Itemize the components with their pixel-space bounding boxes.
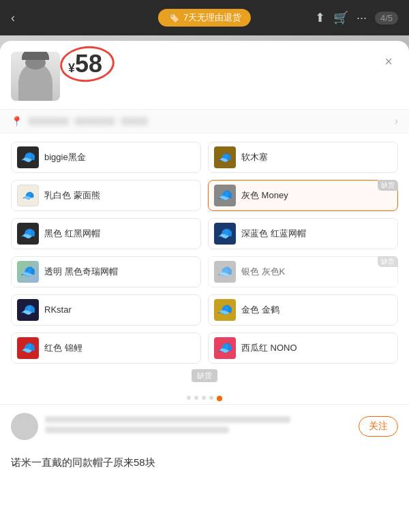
sku-item-watermelon[interactable]: 🧢 西瓜红 NONO bbox=[208, 332, 398, 364]
top-bar: ‹ 🏷️ 7天无理由退货 ⬆ 🛒 ··· 4/5 bbox=[0, 0, 409, 35]
sku-label-trans: 透明 黑色奇瑞网帽 bbox=[44, 266, 118, 278]
badge-text: 7天无理由退货 bbox=[183, 12, 241, 24]
more-button[interactable]: ··· bbox=[357, 11, 367, 25]
dot-1 bbox=[187, 396, 191, 400]
sku-item-red-koi[interactable]: 🧢 红色 锦鲤 bbox=[11, 332, 201, 364]
out-of-stock-badge-silver: 缺货 bbox=[378, 256, 398, 267]
sku-grid: 🧢 biggie黑金 🧢 软木塞 🧢 乳白色 蒙面熊 🧢 灰色 Money 缺货 bbox=[11, 142, 398, 364]
sku-thumb-gold-crane: 🧢 bbox=[214, 299, 236, 321]
out-of-stock-badge-gray: 缺货 bbox=[378, 180, 398, 191]
back-button[interactable]: ‹ bbox=[11, 11, 15, 25]
sku-thumb-trans: 🧢 bbox=[17, 261, 39, 283]
sku-label-cork: 软木塞 bbox=[241, 152, 268, 163]
sku-item-navy-red[interactable]: 🧢 深蓝色 红蓝网帽 bbox=[208, 218, 398, 249]
user-name-blur bbox=[45, 416, 290, 423]
product-header: ¥58 × bbox=[0, 41, 409, 110]
sku-thumb-cream: 🧢 bbox=[17, 185, 39, 206]
sku-item-cream[interactable]: 🧢 乳白色 蒙面熊 bbox=[11, 180, 201, 211]
sku-thumb-black-red: 🧢 bbox=[17, 223, 39, 245]
sku-item-trans[interactable]: 🧢 透明 黑色奇瑞网帽 bbox=[11, 256, 201, 287]
sku-label-biggie: biggie黑金 bbox=[44, 152, 86, 163]
sku-thumb-navy-red: 🧢 bbox=[214, 223, 236, 245]
sku-item-gold-crane[interactable]: 🧢 金色 金鹤 bbox=[208, 294, 398, 326]
sku-item-biggie[interactable]: 🧢 biggie黑金 bbox=[11, 142, 201, 173]
sku-item-rkstar[interactable]: 🧢 RKstar bbox=[11, 294, 201, 326]
user-avatar bbox=[11, 413, 38, 440]
dot-indicators bbox=[0, 390, 409, 404]
dot-3 bbox=[202, 396, 206, 400]
page-count: 4/5 bbox=[375, 12, 398, 25]
address-phone-blur bbox=[121, 117, 148, 125]
address-name-blur bbox=[28, 117, 69, 125]
caption-text: 诺米一直戴的同款帽子原来58块 bbox=[11, 456, 155, 468]
sku-thumb-biggie: 🧢 bbox=[17, 146, 39, 168]
user-info-blur bbox=[45, 426, 229, 433]
address-line-blur bbox=[74, 117, 115, 125]
top-nav-actions: ⬆ 🛒 ··· 4/5 bbox=[315, 10, 398, 25]
share-button[interactable]: ⬆ bbox=[315, 10, 325, 25]
sku-thumb-gray-money: 🧢 bbox=[214, 185, 236, 206]
sku-label-navy-red: 深蓝色 红蓝网帽 bbox=[241, 228, 306, 240]
price-container: ¥58 bbox=[68, 52, 398, 76]
sku-label-rkstar: RKstar bbox=[44, 304, 72, 316]
close-button[interactable]: × bbox=[379, 52, 398, 71]
bottom-sheet: ¥58 × 📍 › 🧢 biggie黑金 🧢 软木塞 bbox=[0, 41, 409, 532]
sku-item-black-red[interactable]: 🧢 黑色 红黑网帽 bbox=[11, 218, 201, 249]
cart-button[interactable]: 🛒 bbox=[333, 10, 348, 25]
return-badge: 🏷️ 7天无理由退货 bbox=[158, 9, 251, 27]
price-unit: ¥ bbox=[68, 61, 75, 75]
sku-label-red-koi: 红色 锦鲤 bbox=[44, 343, 82, 354]
sku-thumb-rkstar: 🧢 bbox=[17, 299, 39, 321]
price-tag: ¥58 bbox=[68, 52, 102, 76]
sku-section: 🧢 biggie黑金 🧢 软木塞 🧢 乳白色 蒙面熊 🧢 灰色 Money 缺货 bbox=[0, 134, 409, 390]
follow-button[interactable]: 关注 bbox=[359, 416, 398, 437]
dot-4 bbox=[209, 396, 213, 400]
address-row[interactable]: 📍 › bbox=[0, 110, 409, 134]
sku-item-silver-k[interactable]: 🧢 银色 灰色K 缺货 bbox=[208, 256, 398, 287]
sku-label-gray-money: 灰色 Money bbox=[241, 190, 288, 202]
address-arrow-icon: › bbox=[395, 115, 398, 127]
sku-thumb-watermelon: 🧢 bbox=[214, 337, 236, 359]
dot-2 bbox=[194, 396, 198, 400]
comment-section: 关注 bbox=[0, 404, 409, 448]
product-thumbnail bbox=[11, 52, 60, 101]
address-content bbox=[28, 117, 395, 125]
sku-thumb-silver-k: 🧢 bbox=[214, 261, 236, 283]
sku-label-watermelon: 西瓜红 NONO bbox=[241, 343, 297, 354]
sku-item-cork[interactable]: 🧢 软木塞 bbox=[208, 142, 398, 173]
dot-5-active bbox=[217, 396, 222, 401]
badge-icon: 🏷️ bbox=[168, 12, 179, 23]
sku-thumb-cork: 🧢 bbox=[214, 146, 236, 168]
sku-label-black-red: 黑色 红黑网帽 bbox=[44, 228, 100, 240]
sku-label-cream: 乳白色 蒙面熊 bbox=[44, 190, 100, 202]
price-value: 58 bbox=[75, 50, 102, 78]
bottom-out-of-stock-badge: 缺货 bbox=[192, 369, 217, 382]
sku-label-silver-k: 银色 灰色K bbox=[241, 266, 285, 278]
sku-thumb-red-koi: 🧢 bbox=[17, 337, 39, 359]
sku-label-gold-crane: 金色 金鹤 bbox=[241, 304, 279, 316]
caption: 诺米一直戴的同款帽子原来58块 bbox=[0, 448, 409, 478]
location-icon: 📍 bbox=[11, 116, 22, 127]
comment-content bbox=[45, 416, 352, 437]
sku-item-gray-money[interactable]: 🧢 灰色 Money 缺货 bbox=[208, 180, 398, 211]
